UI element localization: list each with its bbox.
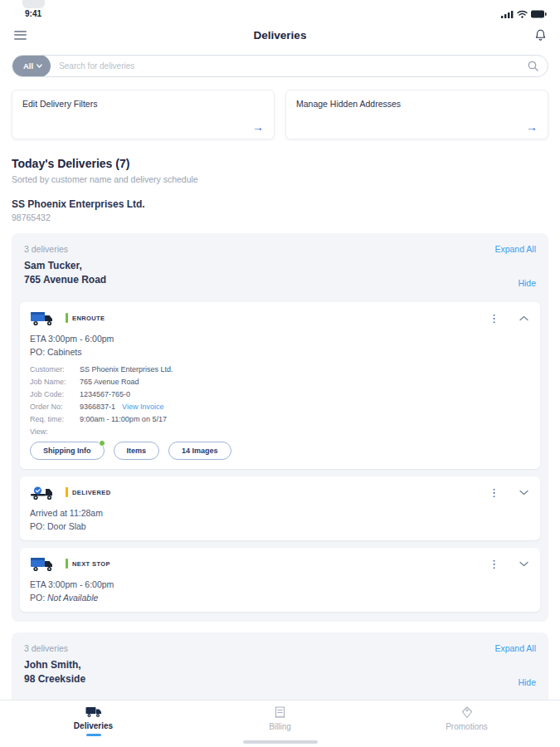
detail-label: View: (30, 427, 80, 436)
screen-corner-decoration (22, 0, 45, 8)
edit-delivery-filters-label: Edit Delivery Filters (22, 99, 264, 109)
wifi-icon (517, 10, 528, 18)
app-header: Deliveries (0, 20, 560, 50)
delivery-item-delivered: DELIVERED ⋮ Arrived at 11:28am PO: Door … (20, 476, 540, 540)
status-color-bar (66, 559, 68, 569)
status-badge: NEXT STOP (66, 559, 110, 569)
view-buttons-row: Shipping Info Items 14 Images (30, 442, 530, 460)
hide-button[interactable]: Hide (518, 278, 536, 288)
tab-label: Promotions (446, 722, 488, 731)
delivery-item-next-stop: NEXT STOP ⋮ ETA 3:00pm - 6:00pm PO: Not … (20, 548, 540, 612)
expand-chevron-down-icon[interactable] (518, 561, 530, 567)
recipient-name: John Smith, (24, 658, 85, 672)
status-icons (501, 10, 547, 18)
search-filter-label: All (23, 61, 33, 71)
detail-value: 765 Avenue Road (80, 378, 139, 386)
recipient-name: Sam Tucker, (24, 259, 106, 273)
eta-text: ETA 3:00pm - 6:00pm (30, 334, 530, 344)
detail-label: Job Code: (30, 390, 80, 398)
deliveries-screen: 9:41 Deliveries (0, 0, 560, 747)
detail-value: SS Phoenix Enterprises Ltd. (80, 365, 173, 374)
group-delivery-count: 3 deliveries (24, 244, 68, 254)
truck-icon (30, 555, 56, 573)
hide-button[interactable]: Hide (518, 677, 536, 687)
manage-hidden-addresses-card[interactable]: Manage Hidden Addresses → (285, 90, 548, 139)
status-badge: DELIVERED (66, 487, 111, 497)
active-tab-indicator (86, 734, 101, 736)
detail-label: Req. time: (30, 415, 80, 423)
detail-label: Order No: (30, 403, 80, 411)
menu-icon[interactable] (14, 31, 27, 40)
chevron-down-icon (37, 64, 42, 68)
more-options-icon[interactable]: ⋮ (485, 487, 503, 498)
images-button[interactable]: 14 Images (168, 442, 231, 460)
arrow-right-icon: → (526, 121, 538, 133)
group-delivery-count: 3 deliveries (24, 643, 68, 653)
view-invoice-link[interactable]: View Invoice (122, 403, 163, 411)
customer-block: SS Phoenix Enterprises Ltd. 98765432 (12, 198, 548, 222)
todays-deliveries-section: Today's Deliveries (7) Sorted by custome… (12, 157, 548, 184)
search-filter-dropdown[interactable]: All (12, 55, 51, 77)
notification-dot (99, 440, 105, 447)
tab-label: Deliveries (74, 721, 113, 730)
home-indicator[interactable] (243, 740, 318, 744)
more-options-icon[interactable]: ⋮ (485, 559, 503, 569)
section-subtitle: Sorted by customer name and delivery sch… (12, 174, 548, 184)
status-color-bar (66, 487, 68, 497)
shipping-info-button[interactable]: Shipping Info (30, 442, 105, 460)
section-title: Today's Deliveries (7) (12, 157, 548, 170)
po-unavailable-value: Not Available (47, 593, 98, 603)
status-time: 9:41 (25, 9, 41, 18)
detail-value: 9366837-1 (80, 403, 115, 411)
po-text: PO: Not Available (30, 593, 530, 603)
status-bar: 9:41 (0, 0, 560, 20)
delivered-truck-icon (30, 484, 56, 501)
tab-promotions[interactable]: Promotions (373, 701, 560, 747)
detail-value: 1234567-765-0 (80, 390, 130, 398)
page-title: Deliveries (0, 29, 560, 42)
more-options-icon[interactable]: ⋮ (485, 313, 503, 324)
group-recipient-address: Sam Tucker, 765 Avenue Road (24, 259, 106, 288)
cellular-signal-icon (501, 10, 514, 18)
status-badge: ENROUTE (66, 313, 105, 323)
items-button[interactable]: Items (114, 442, 160, 460)
delivery-item-enroute: ENROUTE ⋮ ETA 3:00pm - 6:00pm PO: Cabine… (20, 302, 540, 469)
status-label: NEXT STOP (72, 560, 110, 568)
eta-text: ETA 3:00pm - 6:00pm (30, 579, 530, 589)
expand-chevron-down-icon[interactable] (518, 490, 530, 496)
detail-label: Customer: (30, 365, 80, 374)
status-label: ENROUTE (72, 315, 105, 322)
delivery-group-sam-tucker: 3 deliveries Expand All Sam Tucker, 765 … (12, 233, 548, 622)
recipient-address: 98 Creekside (24, 672, 85, 686)
quick-action-cards: Edit Delivery Filters → Manage Hidden Ad… (12, 90, 548, 139)
detail-value: 9:00am - 11:00pm on 5/17 (80, 415, 167, 423)
detail-label: Job Name: (30, 378, 80, 386)
recipient-address: 765 Avenue Road (24, 273, 106, 287)
truck-icon (30, 310, 56, 327)
edit-delivery-filters-card[interactable]: Edit Delivery Filters → (12, 90, 275, 139)
customer-account-number: 98765432 (12, 212, 548, 222)
battery-icon (531, 10, 547, 18)
expand-all-button[interactable]: Expand All (494, 643, 536, 653)
collapse-chevron-up-icon[interactable] (518, 315, 530, 321)
group-recipient-address: John Smith, 98 Creekside (24, 658, 85, 687)
billing-receipt-icon (275, 706, 285, 719)
notifications-bell-icon[interactable] (535, 29, 546, 42)
search-icon[interactable] (528, 61, 538, 71)
po-text: PO: Door Slab (30, 521, 530, 531)
delivery-details: Customer:SS Phoenix Enterprises Ltd. Job… (30, 365, 530, 436)
arrival-text: Arrived at 11:28am (30, 508, 530, 518)
tab-deliveries[interactable]: Deliveries (0, 701, 187, 747)
status-label: DELIVERED (72, 489, 111, 496)
search-bar: All (12, 55, 548, 77)
expand-all-button[interactable]: Expand All (494, 244, 536, 254)
manage-hidden-addresses-label: Manage Hidden Addresses (296, 99, 538, 109)
deliveries-truck-icon (85, 706, 102, 718)
po-text: PO: Cabinets (30, 347, 530, 357)
promotions-tag-icon (461, 706, 473, 719)
customer-name: SS Phoenix Enterprises Ltd. (12, 198, 548, 210)
arrow-right-icon: → (252, 121, 264, 133)
search-input[interactable] (51, 61, 528, 71)
status-color-bar (66, 313, 68, 323)
tab-label: Billing (269, 722, 291, 731)
